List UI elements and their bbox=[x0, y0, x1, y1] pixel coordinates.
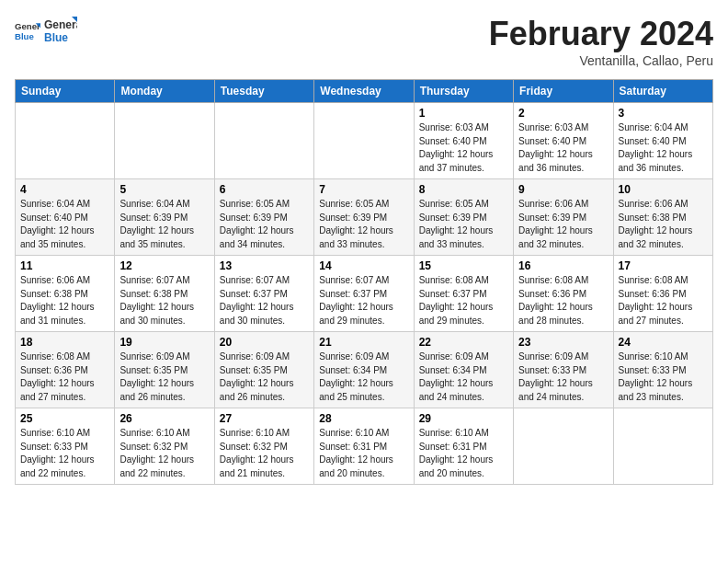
day-info: Sunrise: 6:10 AM Sunset: 6:32 PM Dayligh… bbox=[220, 427, 309, 480]
day-number: 13 bbox=[220, 259, 309, 272]
calendar-cell: 25Sunrise: 6:10 AM Sunset: 6:33 PM Dayli… bbox=[16, 408, 115, 485]
day-number: 19 bbox=[119, 336, 209, 349]
weekday-header-friday: Friday bbox=[514, 80, 613, 103]
day-info: Sunrise: 6:07 AM Sunset: 6:37 PM Dayligh… bbox=[220, 274, 309, 327]
day-info: Sunrise: 6:05 AM Sunset: 6:39 PM Dayligh… bbox=[419, 198, 508, 251]
calendar-cell: 4Sunrise: 6:04 AM Sunset: 6:40 PM Daylig… bbox=[16, 179, 115, 256]
day-number: 14 bbox=[319, 259, 408, 272]
calendar-cell: 14Sunrise: 6:07 AM Sunset: 6:37 PM Dayli… bbox=[314, 256, 414, 332]
calendar-cell: 11Sunrise: 6:06 AM Sunset: 6:38 PM Dayli… bbox=[16, 256, 115, 332]
calendar-cell bbox=[514, 408, 613, 485]
day-number: 1 bbox=[419, 107, 508, 120]
calendar-week-3: 11Sunrise: 6:06 AM Sunset: 6:38 PM Dayli… bbox=[16, 256, 713, 332]
day-number: 28 bbox=[319, 412, 408, 425]
day-number: 7 bbox=[319, 183, 408, 196]
day-info: Sunrise: 6:03 AM Sunset: 6:40 PM Dayligh… bbox=[419, 121, 508, 175]
day-number: 10 bbox=[619, 183, 708, 196]
day-number: 17 bbox=[619, 259, 708, 272]
day-info: Sunrise: 6:09 AM Sunset: 6:35 PM Dayligh… bbox=[220, 350, 309, 404]
weekday-header-tuesday: Tuesday bbox=[214, 80, 313, 103]
gb-logo-icon: General Blue bbox=[44, 15, 77, 48]
day-info: Sunrise: 6:08 AM Sunset: 6:36 PM Dayligh… bbox=[20, 350, 109, 404]
day-number: 24 bbox=[619, 336, 708, 349]
day-number: 3 bbox=[619, 107, 708, 120]
day-number: 22 bbox=[419, 336, 508, 349]
day-info: Sunrise: 6:06 AM Sunset: 6:39 PM Dayligh… bbox=[518, 198, 608, 251]
weekday-header-monday: Monday bbox=[115, 80, 214, 103]
calendar-cell: 29Sunrise: 6:10 AM Sunset: 6:31 PM Dayli… bbox=[414, 408, 513, 485]
calendar-week-5: 25Sunrise: 6:10 AM Sunset: 6:33 PM Dayli… bbox=[16, 408, 713, 485]
calendar-cell: 8Sunrise: 6:05 AM Sunset: 6:39 PM Daylig… bbox=[414, 179, 513, 256]
day-info: Sunrise: 6:09 AM Sunset: 6:35 PM Dayligh… bbox=[119, 350, 209, 404]
day-info: Sunrise: 6:10 AM Sunset: 6:33 PM Dayligh… bbox=[20, 427, 109, 480]
weekday-header-row: SundayMondayTuesdayWednesdayThursdayFrid… bbox=[16, 80, 713, 103]
calendar-cell: 18Sunrise: 6:08 AM Sunset: 6:36 PM Dayli… bbox=[16, 332, 115, 408]
month-title: February 2024 bbox=[489, 15, 713, 53]
location-subtitle: Ventanilla, Callao, Peru bbox=[489, 53, 713, 68]
day-info: Sunrise: 6:03 AM Sunset: 6:40 PM Dayligh… bbox=[518, 121, 608, 175]
day-info: Sunrise: 6:04 AM Sunset: 6:40 PM Dayligh… bbox=[20, 198, 109, 251]
calendar-cell: 21Sunrise: 6:09 AM Sunset: 6:34 PM Dayli… bbox=[314, 332, 414, 408]
weekday-header-thursday: Thursday bbox=[414, 80, 513, 103]
day-info: Sunrise: 6:10 AM Sunset: 6:32 PM Dayligh… bbox=[119, 427, 209, 480]
day-info: Sunrise: 6:06 AM Sunset: 6:38 PM Dayligh… bbox=[619, 198, 708, 251]
day-number: 26 bbox=[119, 412, 209, 425]
day-info: Sunrise: 6:04 AM Sunset: 6:39 PM Dayligh… bbox=[119, 198, 209, 251]
day-info: Sunrise: 6:09 AM Sunset: 6:33 PM Dayligh… bbox=[518, 350, 608, 404]
day-number: 23 bbox=[518, 336, 608, 349]
day-number: 12 bbox=[119, 259, 209, 272]
calendar-cell: 2Sunrise: 6:03 AM Sunset: 6:40 PM Daylig… bbox=[514, 103, 613, 179]
day-number: 5 bbox=[119, 183, 209, 196]
calendar-cell bbox=[214, 103, 313, 179]
calendar-cell: 9Sunrise: 6:06 AM Sunset: 6:39 PM Daylig… bbox=[514, 179, 613, 256]
day-info: Sunrise: 6:09 AM Sunset: 6:34 PM Dayligh… bbox=[319, 350, 408, 404]
calendar-cell: 23Sunrise: 6:09 AM Sunset: 6:33 PM Dayli… bbox=[514, 332, 613, 408]
calendar-cell: 19Sunrise: 6:09 AM Sunset: 6:35 PM Dayli… bbox=[115, 332, 214, 408]
day-number: 18 bbox=[20, 336, 109, 349]
logo: General Blue General Blue bbox=[15, 15, 77, 48]
day-info: Sunrise: 6:08 AM Sunset: 6:37 PM Dayligh… bbox=[419, 274, 508, 327]
weekday-header-saturday: Saturday bbox=[613, 80, 712, 103]
svg-text:General: General bbox=[15, 21, 40, 31]
calendar-table: SundayMondayTuesdayWednesdayThursdayFrid… bbox=[15, 79, 713, 485]
calendar-cell: 28Sunrise: 6:10 AM Sunset: 6:31 PM Dayli… bbox=[314, 408, 414, 485]
day-info: Sunrise: 6:05 AM Sunset: 6:39 PM Dayligh… bbox=[319, 198, 408, 251]
calendar-week-1: 1Sunrise: 6:03 AM Sunset: 6:40 PM Daylig… bbox=[16, 103, 713, 179]
day-number: 16 bbox=[518, 259, 608, 272]
day-info: Sunrise: 6:05 AM Sunset: 6:39 PM Dayligh… bbox=[220, 198, 309, 251]
calendar-cell: 22Sunrise: 6:09 AM Sunset: 6:34 PM Dayli… bbox=[414, 332, 513, 408]
day-info: Sunrise: 6:10 AM Sunset: 6:33 PM Dayligh… bbox=[619, 350, 708, 404]
day-info: Sunrise: 6:07 AM Sunset: 6:37 PM Dayligh… bbox=[319, 274, 408, 327]
calendar-cell bbox=[115, 103, 214, 179]
calendar-cell: 12Sunrise: 6:07 AM Sunset: 6:38 PM Dayli… bbox=[115, 256, 214, 332]
calendar-cell: 7Sunrise: 6:05 AM Sunset: 6:39 PM Daylig… bbox=[314, 179, 414, 256]
calendar-body: 1Sunrise: 6:03 AM Sunset: 6:40 PM Daylig… bbox=[16, 103, 713, 485]
day-number: 21 bbox=[319, 336, 408, 349]
day-number: 11 bbox=[20, 259, 109, 272]
day-info: Sunrise: 6:06 AM Sunset: 6:38 PM Dayligh… bbox=[20, 274, 109, 327]
calendar-cell bbox=[16, 103, 115, 179]
day-number: 20 bbox=[220, 336, 309, 349]
day-number: 15 bbox=[419, 259, 508, 272]
day-number: 29 bbox=[419, 412, 508, 425]
day-number: 25 bbox=[20, 412, 109, 425]
calendar-cell: 10Sunrise: 6:06 AM Sunset: 6:38 PM Dayli… bbox=[613, 179, 712, 256]
day-number: 9 bbox=[518, 183, 608, 196]
svg-text:General: General bbox=[44, 18, 77, 31]
day-number: 27 bbox=[220, 412, 309, 425]
day-info: Sunrise: 6:07 AM Sunset: 6:38 PM Dayligh… bbox=[119, 274, 209, 327]
day-number: 8 bbox=[419, 183, 508, 196]
day-info: Sunrise: 6:09 AM Sunset: 6:34 PM Dayligh… bbox=[419, 350, 508, 404]
day-info: Sunrise: 6:08 AM Sunset: 6:36 PM Dayligh… bbox=[619, 274, 708, 327]
day-number: 4 bbox=[20, 183, 109, 196]
svg-text:Blue: Blue bbox=[15, 31, 34, 41]
calendar-week-4: 18Sunrise: 6:08 AM Sunset: 6:36 PM Dayli… bbox=[16, 332, 713, 408]
day-info: Sunrise: 6:10 AM Sunset: 6:31 PM Dayligh… bbox=[319, 427, 408, 480]
day-info: Sunrise: 6:08 AM Sunset: 6:36 PM Dayligh… bbox=[518, 274, 608, 327]
svg-text:Blue: Blue bbox=[44, 31, 68, 44]
calendar-cell: 26Sunrise: 6:10 AM Sunset: 6:32 PM Dayli… bbox=[115, 408, 214, 485]
day-number: 6 bbox=[220, 183, 309, 196]
day-info: Sunrise: 6:10 AM Sunset: 6:31 PM Dayligh… bbox=[419, 427, 508, 480]
calendar-cell: 3Sunrise: 6:04 AM Sunset: 6:40 PM Daylig… bbox=[613, 103, 712, 179]
weekday-header-sunday: Sunday bbox=[16, 80, 115, 103]
